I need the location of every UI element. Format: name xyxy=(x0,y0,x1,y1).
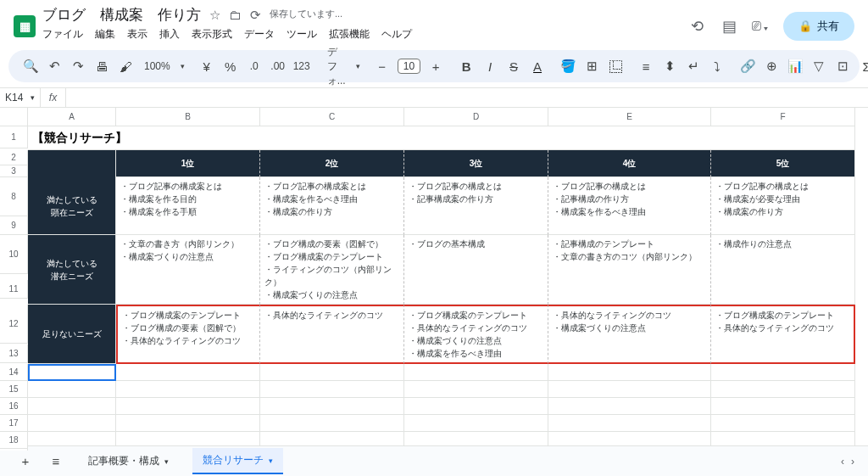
data-cell[interactable]: ・記事構成のテンプレート ・文章の書き方のコツ（内部リンク） xyxy=(548,235,711,305)
col-header[interactable]: F xyxy=(711,108,855,126)
insert-comment-icon[interactable]: ⊕ xyxy=(763,56,780,76)
font-select[interactable]: デフォ... xyxy=(324,45,349,88)
link-icon[interactable]: 🔗 xyxy=(739,56,756,76)
comment-icon[interactable]: ▤ xyxy=(719,16,739,36)
row-header[interactable]: 19 xyxy=(0,449,28,451)
merge-cells-icon[interactable]: ⿺ xyxy=(607,56,624,76)
data-cell[interactable]: ・ブログ記事の構成案とは ・構成案を作る目的 ・構成案を作る手順 xyxy=(116,177,260,235)
sheet-tab[interactable]: 記事概要・構成 ▾ xyxy=(78,449,179,451)
selected-cell[interactable] xyxy=(28,364,116,381)
col-header[interactable]: B xyxy=(116,108,260,126)
search-icon[interactable]: 🔍 xyxy=(22,56,39,76)
doc-title[interactable]: ブログ 構成案 作り方 xyxy=(42,5,201,25)
col-header[interactable]: A xyxy=(28,108,116,126)
percent-icon[interactable]: % xyxy=(222,56,239,76)
strikethrough-icon[interactable]: S xyxy=(505,56,522,76)
align-vertical-icon[interactable]: ⬍ xyxy=(661,56,678,76)
text-rotation-icon[interactable]: ⤵ xyxy=(709,56,726,76)
row-label[interactable]: 満たしている 顕在ニーズ xyxy=(28,177,116,235)
menu-view[interactable]: 表示 xyxy=(127,27,147,42)
data-cell[interactable]: ・ブログ構成案のテンプレート ・具体的なライティングのコツ ・構成案づくりの注意… xyxy=(404,305,548,364)
meet-icon[interactable]: ⎚▾ xyxy=(751,16,771,36)
name-box[interactable]: K14 ▾ xyxy=(0,88,41,107)
menu-format[interactable]: 表示形式 xyxy=(192,27,232,42)
zoom-select[interactable]: 100% xyxy=(141,60,174,72)
decimal-increase-icon[interactable]: .00 xyxy=(270,56,287,76)
formula-bar[interactable] xyxy=(66,88,868,107)
col-header[interactable]: C xyxy=(260,108,404,126)
sheet-tab-active[interactable]: 競合リサーチ ▾ xyxy=(192,448,283,451)
decimal-decrease-icon[interactable]: .0 xyxy=(246,56,263,76)
rank-header[interactable]: 4位 xyxy=(548,150,711,177)
row-header[interactable]: 10 xyxy=(0,235,28,274)
functions-icon[interactable]: Σ xyxy=(858,56,868,76)
borders-icon[interactable]: ⊞ xyxy=(583,56,600,76)
text-wrap-icon[interactable]: ↵ xyxy=(685,56,702,76)
redo-icon[interactable]: ↷ xyxy=(70,56,86,76)
row-label[interactable]: 満たしている 潜在ニーズ xyxy=(28,235,116,305)
row-header[interactable]: 15 xyxy=(0,381,28,398)
filter-views-icon[interactable]: ⊡ xyxy=(834,56,851,76)
insert-chart-icon[interactable]: 📊 xyxy=(787,56,804,76)
menu-file[interactable]: ファイル xyxy=(42,27,83,42)
currency-yen-icon[interactable]: ¥ xyxy=(198,56,215,76)
font-size-decrease-icon[interactable]: − xyxy=(374,56,391,76)
row-header[interactable]: 11 xyxy=(0,280,28,299)
data-cell[interactable]: ・ブログ記事の構成とは ・記事構成の作り方 ・構成案を作るべき理由 xyxy=(548,177,711,235)
row-header[interactable]: 12 xyxy=(0,305,28,344)
col-header[interactable]: D xyxy=(404,108,548,126)
align-horizontal-icon[interactable]: ≡ xyxy=(637,56,654,76)
title-cell[interactable]: 【競合リサーチ】 xyxy=(28,126,855,150)
print-icon[interactable]: 🖶 xyxy=(93,56,110,76)
menu-data[interactable]: データ xyxy=(244,27,275,42)
data-cell[interactable]: ・構成作りの注意点 xyxy=(711,235,855,305)
row-header[interactable]: 17 xyxy=(0,415,28,432)
data-cell[interactable]: ・具体的なライティングのコツ ・構成案づくりの注意点 xyxy=(548,305,711,364)
bold-icon[interactable]: B xyxy=(458,56,475,76)
menu-extensions[interactable]: 拡張機能 xyxy=(329,27,370,42)
rank-header[interactable]: 2位 xyxy=(260,150,404,177)
data-cell[interactable]: ・ブログの基本構成 xyxy=(404,235,548,305)
row-header[interactable]: 16 xyxy=(0,398,28,415)
data-cell[interactable]: ・ブログ構成の要素（図解で） ・ブログ構成案のテンプレート ・ライティングのコツ… xyxy=(260,235,404,305)
data-cell[interactable]: ・ブログ構成案のテンプレート ・具体的なライティングのコツ xyxy=(711,305,855,364)
rank-header-blank[interactable] xyxy=(28,150,116,177)
text-color-icon[interactable]: A xyxy=(529,56,546,76)
data-cell[interactable]: ・具体的なライティングのコツ xyxy=(260,305,404,364)
row-header[interactable]: 18 xyxy=(0,432,28,449)
menu-tools[interactable]: ツール xyxy=(287,27,317,42)
cloud-icon[interactable]: ⟳ xyxy=(250,8,261,23)
share-button[interactable]: 🔒 共有 xyxy=(783,12,854,41)
data-cell[interactable]: ・文章の書き方（内部リンク） ・構成案づくりの注意点 xyxy=(116,235,260,305)
row-header[interactable]: 3 xyxy=(0,165,28,177)
menu-help[interactable]: ヘルプ xyxy=(381,27,412,42)
data-cell[interactable]: ・ブログ記事の構成とは ・記事構成案の作り方 xyxy=(404,177,548,235)
italic-icon[interactable]: I xyxy=(481,56,498,76)
font-size-increase-icon[interactable]: + xyxy=(427,56,444,76)
font-size-input[interactable]: 10 xyxy=(398,59,420,74)
move-icon[interactable]: 🗀 xyxy=(229,8,242,23)
data-cell[interactable]: ・ブログ記事の構成案とは ・構成案を作るべき理由 ・構成案の作り方 xyxy=(260,177,404,235)
row-header[interactable]: 2 xyxy=(0,150,28,165)
row-header[interactable]: 8 xyxy=(0,177,28,216)
menu-edit[interactable]: 編集 xyxy=(95,27,115,42)
paint-format-icon[interactable]: 🖌 xyxy=(117,56,134,76)
rank-header[interactable]: 3位 xyxy=(404,150,548,177)
row-header[interactable]: 1 xyxy=(0,126,28,148)
row-header[interactable]: 14 xyxy=(0,364,28,381)
sheets-logo[interactable]: ▦ xyxy=(14,15,36,37)
filter-icon[interactable]: ▽ xyxy=(810,56,827,76)
select-all-corner[interactable] xyxy=(0,108,28,126)
col-header[interactable]: E xyxy=(548,108,711,126)
rank-header[interactable]: 1位 xyxy=(116,150,260,177)
menu-insert[interactable]: 挿入 xyxy=(159,27,180,42)
row-header[interactable]: 13 xyxy=(0,344,28,363)
fill-color-icon[interactable]: 🪣 xyxy=(559,56,576,76)
history-icon[interactable]: ⟲ xyxy=(687,16,707,36)
star-icon[interactable]: ☆ xyxy=(209,8,220,23)
undo-icon[interactable]: ↶ xyxy=(46,56,63,76)
data-cell[interactable]: ・ブログ構成案のテンプレート ・ブログ構成の要素（図解で） ・具体的なライティン… xyxy=(116,305,260,364)
row-header[interactable]: 9 xyxy=(0,216,28,235)
data-cell[interactable]: ・ブログ記事の構成とは ・構成案が必要な理由 ・構成案の作り方 xyxy=(711,177,855,235)
rank-header[interactable]: 5位 xyxy=(711,150,855,177)
